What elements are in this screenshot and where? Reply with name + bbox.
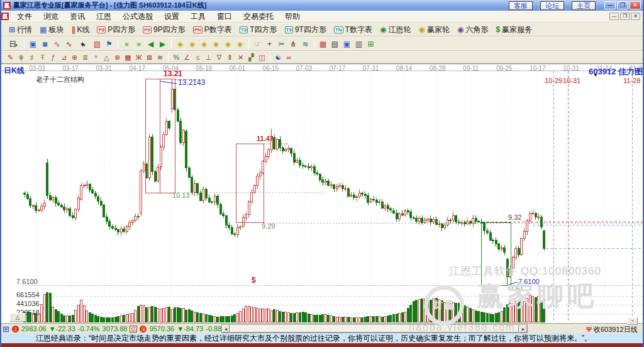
gann-diamond-v-icon[interactable]: ◈ bbox=[210, 38, 222, 50]
gann-wheel-button[interactable]: ◉江恩轮 bbox=[376, 24, 414, 35]
gann-circle-tool-icon[interactable]: ⊕ bbox=[69, 53, 80, 62]
p-square-button[interactable]: P8P四方形 bbox=[93, 24, 139, 35]
winner-wheel-button[interactable]: ◉赢家轮 bbox=[414, 24, 453, 35]
toolbar-separator bbox=[171, 39, 172, 48]
last-bar-icon[interactable]: » bbox=[133, 38, 145, 50]
wave-tool-icon[interactable]: ≋ bbox=[299, 38, 311, 50]
data-truck-icon[interactable]: ⊞ bbox=[365, 38, 377, 50]
p-number-table-button[interactable]: PNP数字表 bbox=[189, 24, 236, 35]
cursor-marker: ▼ bbox=[593, 73, 598, 78]
time-cycle-tool-icon[interactable]: ⊗ bbox=[112, 53, 123, 62]
trend-small-icon[interactable]: ∿ bbox=[51, 38, 63, 50]
quote-grid-icon[interactable]: ⊞ bbox=[3, 324, 9, 334]
info-panel-icon[interactable]: ◙ bbox=[39, 38, 51, 50]
customer-service-button[interactable]: 客服 bbox=[509, 1, 533, 10]
maximize-button[interactable]: ❐ bbox=[617, 1, 628, 9]
angle-tool-icon[interactable]: ⊿ bbox=[58, 53, 69, 62]
x-axis-date: 08-14 bbox=[391, 65, 418, 72]
period-day-dropdown[interactable]: 日▾ bbox=[5, 38, 21, 50]
mdi-restore-button[interactable]: ❐ bbox=[620, 13, 630, 20]
menu-4[interactable]: 公式选股 bbox=[117, 11, 158, 23]
yinyang-wheel-icon[interactable]: ☯ bbox=[273, 53, 284, 62]
menu-8[interactable]: 交易委托 bbox=[238, 11, 279, 23]
region-select-icon[interactable]: ▧ bbox=[91, 38, 103, 50]
erase-tool-icon[interactable]: ✕ bbox=[235, 53, 246, 62]
kline-chart-button[interactable]: ∥K线 bbox=[67, 24, 93, 35]
gann-diamond-center-icon[interactable]: ◈ bbox=[222, 38, 234, 50]
parallel-lines-tool-icon[interactable]: Ⅱ bbox=[225, 53, 235, 62]
perpendicular-tool-icon[interactable]: ⊥ bbox=[203, 53, 214, 62]
threshold-tool-icon[interactable]: ≤ bbox=[192, 53, 203, 62]
gann-diamond-all-icon[interactable]: ◈ bbox=[234, 38, 246, 50]
levels-tool-icon[interactable]: ≣ bbox=[80, 53, 91, 62]
menu-2[interactable]: 资讯 bbox=[64, 11, 91, 23]
sector-blocks-button[interactable]: ▦板块 bbox=[36, 24, 67, 35]
gann-grid-tool-icon[interactable]: ⋕ bbox=[16, 53, 26, 62]
ray-fan-tool-icon[interactable]: Ж bbox=[133, 53, 144, 62]
time-scale-tool-icon[interactable]: Ŧ bbox=[37, 53, 48, 62]
scrollbar-thumb[interactable] bbox=[230, 325, 519, 333]
hexagon-wheel-button[interactable]: ◉六角形 bbox=[453, 24, 492, 35]
pencil-tool-icon[interactable]: ✎ bbox=[5, 53, 16, 62]
homepage-button[interactable]: 主页 bbox=[572, 1, 596, 10]
close-button[interactable]: ✕ bbox=[630, 1, 641, 9]
trend-small2-icon[interactable]: ∿ bbox=[63, 38, 75, 50]
minimize-button[interactable]: — bbox=[604, 1, 616, 9]
volume-expand-button[interactable]: △ bbox=[9, 313, 26, 322]
flag-mark-icon[interactable]: ⚑ bbox=[103, 38, 115, 50]
save-layout-icon[interactable]: ▣ bbox=[341, 38, 353, 50]
market-quotes-button[interactable]: ⊞行情 bbox=[5, 24, 36, 35]
prev-bar-icon[interactable]: ◀ bbox=[145, 38, 157, 50]
gann-diamond-right-icon[interactable]: ◈ bbox=[186, 38, 198, 50]
menu-1[interactable]: 浏览 bbox=[38, 11, 64, 23]
zoom-out-bars-button[interactable]: - bbox=[628, 317, 638, 325]
menu-7[interactable]: 窗口 bbox=[211, 11, 238, 23]
data-disk-icon[interactable]: ▥ bbox=[353, 38, 365, 50]
horizontal-scrollbar[interactable]: ◂ ▸ bbox=[221, 324, 528, 333]
gann-diamond-h-icon[interactable]: ◈ bbox=[198, 38, 210, 50]
calculator-icon[interactable]: ▤ bbox=[329, 38, 341, 50]
fan-tool-icon[interactable]: ⋔ bbox=[287, 38, 299, 50]
fan-down-tool-icon[interactable]: ∇ bbox=[214, 53, 225, 62]
x-axis-date: 08-28 bbox=[424, 65, 452, 72]
menu-9[interactable]: 帮助 bbox=[279, 11, 306, 23]
calendar-icon[interactable]: ▦ bbox=[317, 38, 329, 50]
scroll-right-icon[interactable]: ▸ bbox=[519, 325, 527, 333]
scroll-left-icon[interactable]: ◂ bbox=[222, 325, 230, 333]
square-of-nine-tool-icon[interactable]: ⁿ bbox=[91, 53, 101, 62]
first-bar-icon[interactable]: « bbox=[121, 38, 133, 50]
triangle-tool-icon[interactable]: △ bbox=[101, 53, 112, 62]
next-bar-icon[interactable]: ▶ bbox=[157, 38, 169, 50]
formula-tool-icon[interactable]: ƒ bbox=[48, 53, 58, 62]
candle-style-dropdown[interactable]: ♦▾ bbox=[75, 38, 91, 50]
cut-tool-icon[interactable]: ✂ bbox=[275, 38, 287, 50]
chart-area[interactable]: 财赢 △ - 03-0303-1703-3104-1705-0405-1806-… bbox=[1, 64, 644, 323]
menu-0[interactable]: 文件 bbox=[11, 11, 38, 23]
t-number-table-icon: TN bbox=[334, 26, 343, 33]
9p-square-button[interactable]: P99P四方形 bbox=[139, 24, 189, 35]
window-layout-icon[interactable]: ▣ bbox=[27, 38, 39, 50]
t-square-button[interactable]: T8T四方形 bbox=[236, 24, 281, 35]
gann-diamond-left-icon[interactable]: ◈ bbox=[174, 38, 186, 50]
forum-button[interactable]: 论坛 bbox=[540, 1, 564, 10]
hatch-box-tool-icon[interactable]: ▞ bbox=[246, 53, 257, 62]
menu-3[interactable]: 江恩 bbox=[91, 11, 117, 23]
menu-6[interactable]: 工具 bbox=[185, 11, 211, 23]
wave-band-tool-icon[interactable]: ≋ bbox=[155, 53, 165, 62]
trend-angle-tool-icon[interactable]: ∠ bbox=[182, 53, 192, 62]
price-scale-tool-icon[interactable]: ♯ bbox=[26, 53, 37, 62]
gann-box-tool-icon[interactable]: ⊠ bbox=[144, 53, 155, 62]
winner-service-button[interactable]: $赢家服务 bbox=[492, 24, 536, 35]
mdi-close-button[interactable]: ✕ bbox=[631, 13, 640, 20]
gann-matrix-tool-icon[interactable]: ▦ bbox=[123, 53, 133, 62]
percent-tool-icon[interactable]: % bbox=[171, 53, 182, 62]
hand-tool-icon[interactable]: ☞ bbox=[252, 38, 264, 50]
market-quotes-icon: ⊞ bbox=[9, 25, 15, 34]
9t-square-button[interactable]: T99T四方形 bbox=[281, 24, 330, 35]
mdi-minimize-button[interactable]: — bbox=[609, 13, 619, 20]
cross-cursor-icon[interactable]: + bbox=[264, 38, 275, 50]
infinity-spiral-icon[interactable]: ∞ bbox=[284, 53, 294, 62]
menu-5[interactable]: 设置 bbox=[158, 11, 185, 23]
window-box-tool-icon[interactable]: ◫ bbox=[257, 53, 267, 62]
t-number-table-button[interactable]: TNT数字表 bbox=[330, 24, 376, 35]
